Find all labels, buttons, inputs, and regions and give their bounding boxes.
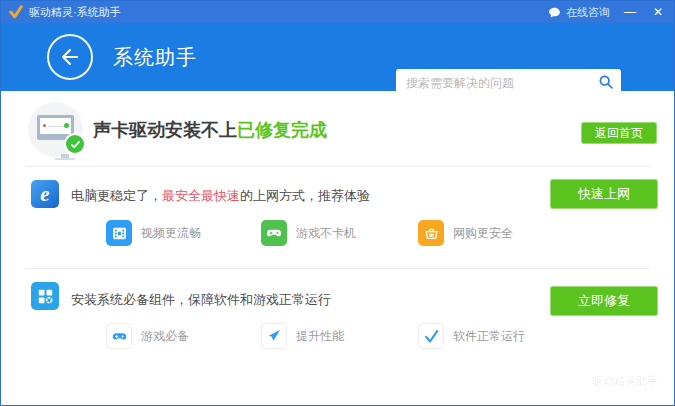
ie-letter: e <box>40 180 49 208</box>
feature-software-ok: 软件正常运行 <box>418 323 525 349</box>
return-home-button[interactable]: 返回首页 <box>581 122 657 144</box>
feature-label: 提升性能 <box>296 328 344 345</box>
close-button[interactable]: ✕ <box>650 1 666 23</box>
feature-game-essentials: 游戏必备 <box>106 323 189 349</box>
check-icon <box>418 323 444 349</box>
repair-issue-text: 声卡驱动安装不上 <box>93 120 237 140</box>
feature-video: 视频更流畅 <box>106 220 201 246</box>
divider <box>26 268 649 269</box>
repair-result-headline: 声卡驱动安装不上已修复完成 <box>93 118 327 142</box>
success-check-icon <box>64 133 86 155</box>
feature-label: 游戏不卡机 <box>296 225 356 242</box>
minimize-button[interactable]: — <box>622 1 638 23</box>
system-components-icon <box>31 282 59 310</box>
watermark: 驱动精灵助手 <box>592 374 658 389</box>
page-title: 系统助手 <box>113 44 197 71</box>
feature-label: 网购更安全 <box>453 225 513 242</box>
feature-shopping: 网购更安全 <box>418 220 513 246</box>
app-window: 驱动精灵·系统助手 在线咨询 — ✕ 系统助手 <box>0 0 675 406</box>
repair-status-text: 已修复完成 <box>237 120 327 140</box>
search-icon[interactable] <box>598 74 614 90</box>
feature-label: 视频更流畅 <box>141 225 201 242</box>
internet-text-suffix: 的上网方式，推荐体验 <box>240 188 370 203</box>
internet-suggestion-text: 电脑更稳定了，最安全最快速的上网方式，推荐体验 <box>71 187 370 205</box>
back-button[interactable] <box>47 34 93 80</box>
search-box <box>396 69 621 95</box>
components-suggestion-text: 安装系统必备组件，保障软件和游戏正常运行 <box>71 291 331 309</box>
online-service-button[interactable]: 在线咨询 <box>548 5 610 20</box>
title-bar: 驱动精灵·系统助手 在线咨询 — ✕ <box>1 1 674 23</box>
internet-text-prefix: 电脑更稳定了， <box>71 188 162 203</box>
feature-game-smooth: 游戏不卡机 <box>261 220 356 246</box>
divider <box>26 166 649 167</box>
window-title: 驱动精灵·系统助手 <box>29 1 121 23</box>
page-header: 系统助手 <box>1 23 674 91</box>
gamepad-outline-icon <box>106 323 132 349</box>
basket-icon <box>418 220 444 246</box>
arrow-left-icon <box>58 45 82 69</box>
online-service-label: 在线咨询 <box>566 5 610 20</box>
ie-browser-icon: e <box>31 180 59 208</box>
repair-now-button[interactable]: 立即修复 <box>550 286 658 316</box>
video-icon <box>106 220 132 246</box>
fast-internet-button[interactable]: 快速上网 <box>550 179 658 209</box>
feature-performance: 提升性能 <box>261 323 344 349</box>
search-input[interactable] <box>404 69 593 97</box>
repaired-device-icon <box>28 102 83 157</box>
feature-label: 游戏必备 <box>141 328 189 345</box>
gamepad-icon <box>261 220 287 246</box>
app-logo-icon <box>9 5 23 19</box>
chat-bubble-icon <box>548 6 561 19</box>
feature-label: 软件正常运行 <box>453 328 525 345</box>
rocket-icon <box>261 323 287 349</box>
internet-text-highlight: 最安全最快速 <box>162 188 240 203</box>
